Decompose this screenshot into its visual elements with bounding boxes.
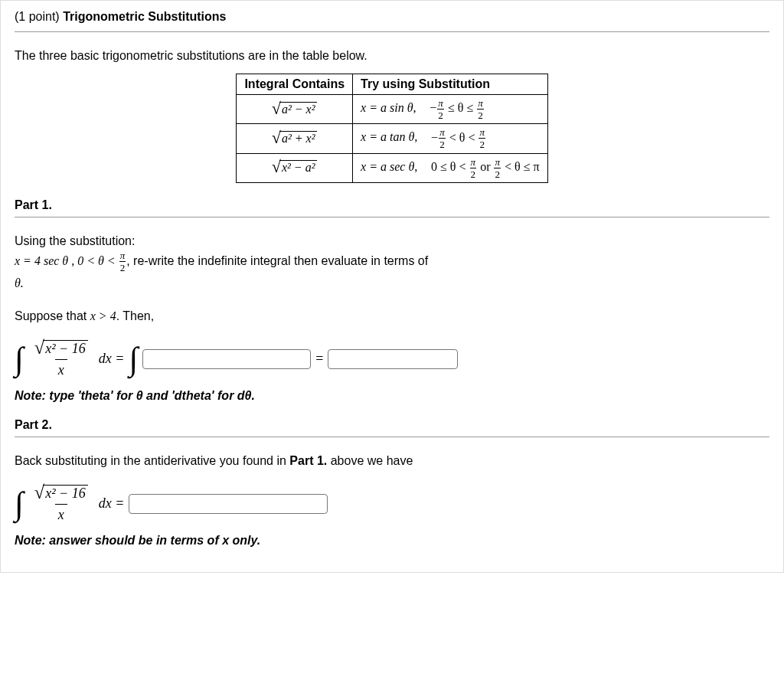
part2-label: Part 2. — [15, 418, 769, 432]
table-row: √a² + x² x = a tan θ, −π2 < θ < π2 — [237, 124, 547, 153]
divider — [15, 437, 769, 437]
table-header-col2: Try using Substitution — [353, 74, 547, 95]
table-header-col1: Integral Contains — [237, 74, 353, 95]
table-row: √a² − x² x = a sin θ, −π2 ≤ θ ≤ π2 — [237, 95, 547, 124]
substitution-table: Integral Contains Try using Substitution… — [236, 74, 547, 183]
part2-desc: Back substituting in the antiderivative … — [15, 451, 769, 471]
part2-note: Note: answer should be in terms of x onl… — [15, 534, 769, 548]
problem-header: (1 point) Trigonometric Substitutions — [15, 10, 769, 24]
divider — [15, 31, 769, 32]
part1-desc: Using the substitution: x = 4 sec θ , 0 … — [15, 231, 769, 293]
problem-title: Trigonometric Substitutions — [63, 10, 226, 23]
part1-label: Part 1. — [15, 198, 769, 212]
integral-icon: ∫ — [15, 491, 24, 518]
sub-eq: x = a sin θ, — [361, 101, 416, 114]
part1-suppose: Suppose that x > 4. Then, — [15, 306, 769, 326]
sub-eq: x = a sec θ, — [361, 160, 417, 173]
problem-container: (1 point) Trigonometric Substitutions Th… — [0, 0, 784, 573]
integrand-fraction: √x² − 16 x — [31, 340, 91, 378]
part2-equation: ∫ √x² − 16 x dx = — [15, 485, 769, 523]
part1-equation: ∫ √x² − 16 x dx = ∫ = — [15, 340, 769, 378]
answer-input-2[interactable] — [129, 494, 328, 514]
sqrt-expr: √x² − a² — [272, 160, 317, 175]
integral-icon: ∫ — [15, 346, 24, 373]
table-row: √x² − a² x = a sec θ, 0 ≤ θ < π2 or π2 <… — [237, 153, 547, 182]
range: −π2 < θ < π2 — [431, 131, 486, 144]
integrand-fraction: √x² − 16 x — [31, 485, 91, 523]
sqrt-expr: √a² − x² — [272, 102, 317, 116]
divider — [15, 217, 769, 217]
sub-eq: x = a tan θ, — [361, 131, 417, 144]
range: −π2 ≤ θ ≤ π2 — [430, 101, 484, 114]
answer-input-1a[interactable] — [142, 349, 311, 369]
intro-text: The three basic trigonometric substituti… — [15, 49, 769, 63]
part1-note: Note: type 'theta' for θ and 'dtheta' fo… — [15, 389, 769, 403]
answer-input-1b[interactable] — [328, 349, 458, 369]
range: 0 ≤ θ < π2 or π2 < θ ≤ π — [431, 160, 540, 173]
points-label: (1 point) — [15, 10, 60, 23]
integral-icon: ∫ — [129, 346, 138, 373]
sqrt-expr: √a² + x² — [272, 131, 317, 146]
